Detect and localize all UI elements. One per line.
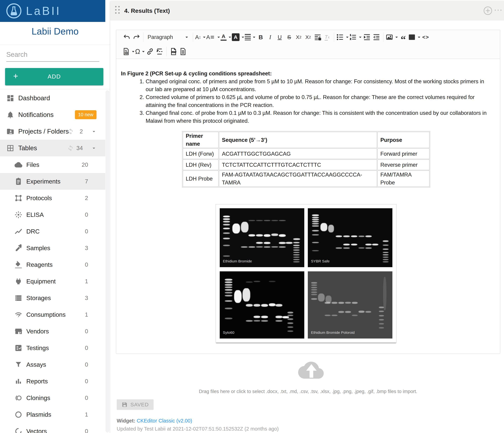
- indent-button[interactable]: [362, 32, 372, 43]
- funnel-icon: [14, 361, 22, 369]
- svg-text:PDF: PDF: [172, 51, 176, 53]
- redo-button[interactable]: [132, 32, 141, 43]
- eyedropper-icon: [14, 244, 22, 252]
- editor-content[interactable]: In Figure 2 (PCR Set-up & cycling condit…: [116, 59, 500, 354]
- consumption-icon: [14, 311, 22, 319]
- logo-banner: LaBII: [0, 0, 105, 22]
- sidebar-item-clonings[interactable]: Clonings 0: [0, 390, 105, 406]
- sidebar-item-plasmids[interactable]: Plasmids 1: [0, 406, 105, 423]
- fact-check-icon: [14, 344, 22, 352]
- sidebar-item-consumptions[interactable]: Consumptions 1: [0, 306, 105, 323]
- chevron-down-icon[interactable]: [91, 145, 97, 151]
- sync-icon[interactable]: [67, 128, 74, 135]
- restricted-editing-icon[interactable]: [313, 32, 322, 43]
- circle-icon: [14, 411, 22, 419]
- more-menu-icon[interactable]: ⋯: [494, 5, 503, 15]
- font-background-button[interactable]: A: [232, 32, 245, 43]
- paragraph-style-dropdown[interactable]: Paragraph: [145, 32, 191, 43]
- gel-image-figure[interactable]: Ethidium Bromide SYBR Safe Syto60 Ethidi…: [216, 204, 396, 343]
- font-color-button[interactable]: A: [221, 32, 232, 43]
- outdent-button[interactable]: [372, 32, 381, 43]
- font-size-button[interactable]: A↕: [195, 32, 206, 43]
- remove-format-button[interactable]: Tx: [322, 32, 332, 43]
- link-button[interactable]: [145, 46, 155, 57]
- gel-image-syto60: Syto60: [220, 271, 304, 338]
- svg-text:2: 2: [350, 38, 351, 40]
- add-button[interactable]: + ADD: [5, 68, 103, 85]
- list-item: Changed final conc. of probe from 0.1 µM…: [146, 109, 491, 125]
- blockquote-button[interactable]: “: [398, 32, 408, 43]
- sidebar-scrollbar[interactable]: [106, 90, 109, 432]
- logo-text: LaBII: [26, 4, 61, 17]
- sidebar-item-samples[interactable]: Samples 3: [0, 240, 105, 256]
- saved-button[interactable]: SAVED: [117, 399, 153, 410]
- insert-image-button[interactable]: [386, 32, 398, 43]
- chevron-down-icon[interactable]: [91, 129, 97, 134]
- sidebar-item-notifications[interactable]: Notifications 10 new: [0, 106, 105, 123]
- sync-icon[interactable]: [67, 145, 74, 152]
- source-editing-button[interactable]: <>: [421, 32, 431, 43]
- table-icon: [6, 144, 14, 152]
- sidebar-item-vectors[interactable]: Vectors 0: [0, 423, 105, 433]
- bold-button[interactable]: B: [256, 32, 266, 43]
- notifications-badge: 10 new: [75, 110, 97, 119]
- storefront-icon: [14, 327, 22, 335]
- sidebar-item-files[interactable]: Files 20: [0, 156, 105, 173]
- sidebar: LaBII Labii Demo + ADD Dashboard Notific…: [0, 0, 110, 433]
- sidebar-item-vendors[interactable]: Vendors 0: [0, 323, 105, 339]
- primer-table: Primer name Sequence (5’→3’) Purpose LDH…: [182, 131, 430, 187]
- table-row: LDH Probe FAM-AGTAATAGTAACAGCTGGATTTACCA…: [183, 171, 429, 187]
- editor-toolbar: Paragraph A↕ A A A B I U S X2 X2 Tx 12: [116, 30, 500, 59]
- sidebar-item-equipment[interactable]: Equipment 1: [0, 273, 105, 290]
- storage-icon: [14, 294, 22, 302]
- sidebar-item-reagents[interactable]: Reagents 0: [0, 256, 105, 273]
- widget-info-line: Widget: CKEditor Classic (v2.00): [117, 418, 192, 424]
- export-pdf-button[interactable]: PDF: [169, 46, 178, 57]
- updated-info-line: Updated by Test Labii at 2021-12-02T07:5…: [117, 426, 279, 432]
- content-list: Changed original conc. of primers and pr…: [121, 78, 491, 125]
- sidebar-nav: Dashboard Notifications 10 new Projects …: [0, 90, 105, 433]
- page-break-button[interactable]: [155, 46, 164, 57]
- sidebar-item-projects[interactable]: Projects / Folders 2: [0, 123, 105, 140]
- sidebar-item-reports[interactable]: Reports 0: [0, 373, 105, 390]
- gel-image-sybr-safe: SYBR Safe: [308, 208, 392, 267]
- sidebar-item-dashboard[interactable]: Dashboard: [0, 90, 105, 106]
- subscript-button[interactable]: X2: [294, 32, 303, 43]
- add-section-icon[interactable]: [483, 6, 493, 16]
- underline-button[interactable]: U: [275, 32, 284, 43]
- italic-button[interactable]: I: [266, 32, 275, 43]
- font-family-button[interactable]: A: [206, 32, 220, 43]
- alignment-button[interactable]: [245, 32, 256, 43]
- sidebar-item-storages[interactable]: Storages 3: [0, 290, 105, 306]
- toolbar-row-1: Paragraph A↕ A A A B I U S X2 X2 Tx 12: [116, 30, 500, 44]
- sidebar-item-tables[interactable]: Tables 34: [0, 140, 105, 156]
- insert-table-button[interactable]: [408, 32, 421, 43]
- superscript-button[interactable]: X2: [303, 32, 313, 43]
- sidebar-item-assays[interactable]: Assays 0: [0, 356, 105, 373]
- table-header-row: Primer name Sequence (5’→3’) Purpose: [183, 132, 429, 148]
- clipboard-icon: [14, 177, 22, 185]
- widget-link[interactable]: CKEditor Classic (v2.00): [137, 418, 192, 424]
- insert-template-button[interactable]: <>: [122, 46, 135, 57]
- upload-dropzone-hint[interactable]: Drag files here or click to select .docx…: [116, 389, 500, 394]
- sidebar-item-experiments[interactable]: Experiments 7: [0, 173, 105, 190]
- drag-handle-icon[interactable]: [115, 6, 120, 14]
- dashboard-icon: [6, 94, 14, 102]
- workspace-title: Labii Demo: [0, 26, 110, 37]
- section-title: 4. Results (Text): [124, 1, 170, 20]
- sidebar-item-testings[interactable]: Testings 0: [0, 339, 105, 356]
- undo-button[interactable]: [122, 32, 132, 43]
- folder-icon: [6, 127, 14, 136]
- search-input[interactable]: [6, 48, 99, 62]
- strikethrough-button[interactable]: S: [284, 32, 294, 43]
- bulleted-list-button[interactable]: [336, 32, 349, 43]
- svg-text:1: 1: [350, 34, 351, 36]
- sidebar-item-drc[interactable]: DRC 0: [0, 223, 105, 240]
- sidebar-item-elisa[interactable]: ELISA 0: [0, 206, 105, 223]
- numbered-list-button[interactable]: 12: [349, 32, 362, 43]
- toolbar-row-2: <> Ω PDF: [116, 44, 500, 59]
- sidebar-item-protocols[interactable]: A Protocols 2: [0, 190, 105, 206]
- special-characters-button[interactable]: Ω: [135, 46, 145, 57]
- export-doc-button[interactable]: [178, 46, 188, 57]
- upload-cloud-icon[interactable]: [293, 358, 325, 382]
